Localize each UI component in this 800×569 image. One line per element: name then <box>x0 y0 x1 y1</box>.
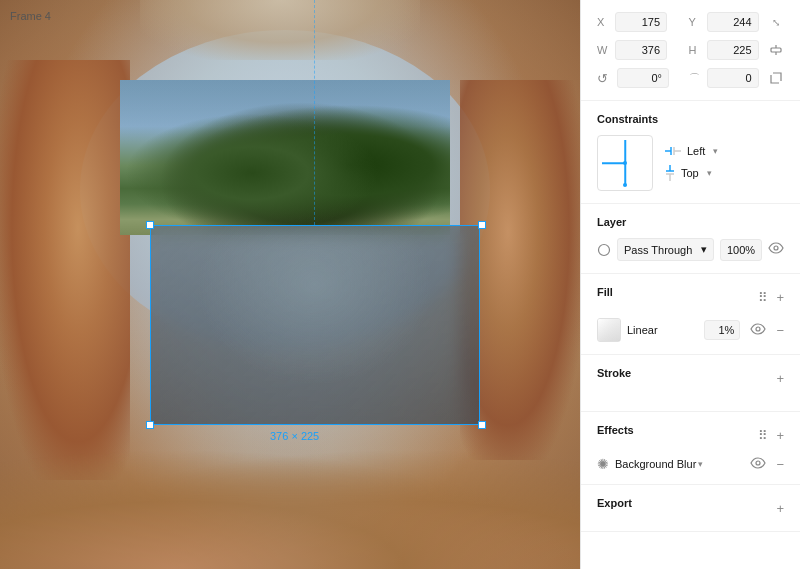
right-panel: X Y ⤡ W H <box>580 0 800 569</box>
radius-field-group: ⌒ <box>689 68 765 88</box>
stroke-title: Stroke <box>597 367 631 379</box>
x-input[interactable] <box>615 12 667 32</box>
svg-point-12 <box>774 246 778 250</box>
blend-chevron: ▾ <box>701 243 707 256</box>
opacity-input[interactable]: 100% <box>720 239 762 261</box>
opacity-value: 100% <box>727 244 755 256</box>
frame-label: Frame 4 <box>10 10 51 22</box>
y-input[interactable] <box>707 12 759 32</box>
fill-grid-icon[interactable]: ⠿ <box>758 290 768 305</box>
background-blur-icon: ✺ <box>597 456 609 472</box>
w-field-group: W <box>597 40 673 60</box>
fill-remove-icon[interactable]: − <box>776 323 784 338</box>
blend-mode-dropdown[interactable]: Pass Through ▾ <box>617 238 714 261</box>
vertical-label: Top <box>681 167 699 179</box>
position-section: X Y ⤡ W H <box>581 0 800 101</box>
handle-top-right[interactable] <box>478 221 486 229</box>
layer-row: Pass Through ▾ 100% <box>597 238 784 261</box>
stroke-header-icons: + <box>776 371 784 386</box>
wh-row: W H <box>597 40 784 60</box>
svg-point-15 <box>756 461 760 465</box>
h-field-group: H <box>689 40 765 60</box>
effects-add-icon[interactable]: + <box>776 428 784 443</box>
fill-swatch[interactable] <box>597 318 621 342</box>
svg-rect-13 <box>598 319 620 341</box>
layer-section: Layer Pass Through ▾ 100% <box>581 204 800 274</box>
constraint-box[interactable] <box>597 135 653 191</box>
rotation-icon: ↺ <box>597 71 613 86</box>
handle-top-left[interactable] <box>146 221 154 229</box>
rotation-input[interactable] <box>617 68 669 88</box>
fill-opacity-value[interactable]: 1% <box>704 320 740 340</box>
constraints-section: Constraints Left ▾ <box>581 101 800 204</box>
w-input[interactable] <box>615 40 667 60</box>
vertical-constraint-icon <box>665 165 675 181</box>
svg-rect-0 <box>771 48 781 52</box>
layer-title: Layer <box>597 216 784 228</box>
effects-title: Effects <box>597 424 634 436</box>
aspect-ratio-icon[interactable] <box>768 42 784 58</box>
horizontal-label: Left <box>687 145 705 157</box>
export-title: Export <box>597 497 632 509</box>
effects-section: Effects ⠿ + ✺ Background Blur ▾ − <box>581 412 800 485</box>
effect-chevron: ▾ <box>698 459 703 469</box>
stroke-add-icon[interactable]: + <box>776 371 784 386</box>
h-input[interactable] <box>707 40 759 60</box>
y-label: Y <box>689 16 703 28</box>
fill-section: Fill ⠿ + Linear 1% <box>581 274 800 355</box>
fill-title: Fill <box>597 286 613 298</box>
export-section: Export + <box>581 485 800 532</box>
effect-remove-icon[interactable]: − <box>776 457 784 472</box>
fill-visibility-icon[interactable] <box>750 323 766 338</box>
radius-input[interactable] <box>707 68 759 88</box>
horizontal-constraint[interactable]: Left ▾ <box>665 145 718 157</box>
selection-box <box>150 225 480 425</box>
fill-add-icon[interactable]: + <box>776 290 784 305</box>
crop-icon[interactable] <box>768 70 784 86</box>
radius-icon: ⌒ <box>689 71 703 86</box>
constraints-title: Constraints <box>597 113 784 125</box>
fill-header-icons: ⠿ + <box>758 290 784 305</box>
effects-row: ✺ Background Blur ▾ − <box>597 456 784 472</box>
fresco-bottom <box>0 449 580 569</box>
stroke-section: Stroke + <box>581 355 800 412</box>
fill-swatch-gradient <box>598 319 620 341</box>
tree-image <box>120 80 450 235</box>
svg-point-11 <box>599 244 610 255</box>
effects-header: Effects ⠿ + <box>597 424 784 446</box>
y-field-group: Y <box>689 12 765 32</box>
effects-header-icons: ⠿ + <box>758 428 784 443</box>
x-field-group: X <box>597 12 673 32</box>
handle-bottom-right[interactable] <box>478 421 486 429</box>
constraint-options: Left ▾ Top ▾ <box>665 145 718 181</box>
fill-header: Fill ⠿ + <box>597 286 784 308</box>
horizontal-constraint-icon <box>665 146 681 156</box>
w-label: W <box>597 44 611 56</box>
blend-mode-label: Pass Through <box>624 244 692 256</box>
selection-size-label: 376 × 225 <box>270 430 319 442</box>
effect-type-label[interactable]: Background Blur ▾ <box>615 458 740 470</box>
fresco-left <box>0 60 130 480</box>
fill-type-label[interactable]: Linear <box>627 324 698 336</box>
constraints-grid: Left ▾ Top ▾ <box>597 135 784 191</box>
export-header: Export + <box>597 497 784 519</box>
layer-blend-icon <box>597 243 611 257</box>
vertical-constraint[interactable]: Top ▾ <box>665 165 718 181</box>
canvas: 376 × 225 Frame 4 <box>0 0 580 569</box>
crosshair-guide <box>314 0 315 225</box>
layer-visibility-icon[interactable] <box>768 242 784 257</box>
export-add-icon[interactable]: + <box>776 501 784 516</box>
vertical-chevron[interactable]: ▾ <box>707 168 712 178</box>
svg-point-14 <box>756 327 760 331</box>
effects-grid-icon[interactable]: ⠿ <box>758 428 768 443</box>
fresco-top <box>140 0 420 60</box>
effect-visibility-icon[interactable] <box>750 457 766 472</box>
horizontal-chevron[interactable]: ▾ <box>713 146 718 156</box>
resize-icon[interactable]: ⤡ <box>768 14 784 30</box>
handle-bottom-left[interactable] <box>146 421 154 429</box>
xy-row: X Y ⤡ <box>597 12 784 32</box>
fill-row: Linear 1% − <box>597 318 784 342</box>
stroke-header: Stroke + <box>597 367 784 389</box>
rotation-field-group: ↺ <box>597 68 673 88</box>
x-label: X <box>597 16 611 28</box>
